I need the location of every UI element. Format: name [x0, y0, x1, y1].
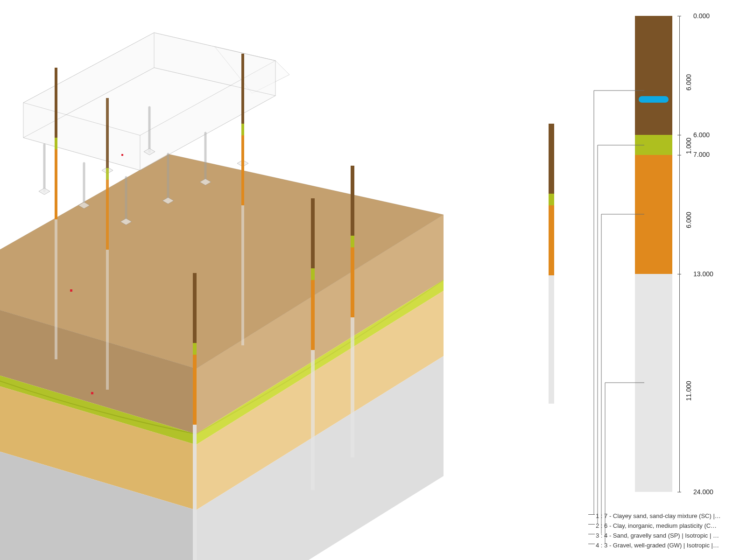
- depth-6: 6.000: [693, 131, 710, 139]
- svg-rect-42: [106, 250, 109, 390]
- depth-24: 24.000: [693, 488, 713, 496]
- svg-rect-47: [70, 289, 72, 292]
- svg-rect-32: [311, 268, 315, 280]
- svg-marker-15: [39, 188, 50, 195]
- mini-layer-4: [549, 275, 554, 404]
- svg-rect-48: [91, 392, 93, 394]
- legend: 1 : 7 - Clayey sand, sand-clay mixture (…: [588, 511, 742, 550]
- svg-rect-36: [55, 138, 57, 149]
- svg-rect-49: [121, 154, 123, 156]
- profile-layer-2: [635, 135, 672, 155]
- svg-rect-41: [106, 180, 109, 250]
- svg-rect-45: [241, 135, 244, 205]
- svg-rect-37: [55, 149, 57, 219]
- svg-rect-31: [311, 198, 315, 268]
- depth-0: 0.000: [693, 12, 710, 20]
- soil-profile: 0.000 6.000 7.000 13.000 24.000 6.000 1.…: [598, 16, 738, 511]
- legend-item-4: 4 : 3 - Gravel, well-graded (GW) | Isotr…: [588, 540, 742, 550]
- svg-rect-30: [351, 317, 354, 457]
- mini-layer-1: [549, 124, 554, 194]
- svg-rect-35: [55, 68, 57, 138]
- profile-column: [635, 16, 672, 492]
- water-table-icon: [639, 96, 669, 103]
- iso-svg: [0, 173, 476, 560]
- profile-layer-3: [635, 155, 672, 275]
- svg-rect-23: [193, 273, 197, 343]
- iso-soil-block: [0, 173, 383, 560]
- svg-rect-40: [106, 168, 109, 180]
- svg-rect-44: [241, 124, 244, 135]
- mini-layer-2: [549, 194, 554, 205]
- canvas: 0.000 6.000 7.000 13.000 24.000 6.000 1.…: [0, 0, 747, 560]
- legend-item-2: 2 : 6 - Clay, inorganic, medium plastici…: [588, 521, 742, 531]
- thickness-11: 11.000: [685, 381, 692, 401]
- depth-7: 7.000: [693, 151, 710, 158]
- svg-rect-38: [55, 219, 57, 359]
- svg-rect-39: [106, 98, 109, 168]
- svg-rect-46: [241, 205, 244, 345]
- svg-rect-33: [311, 280, 315, 350]
- legend-item-3: 3 : 4 - Sand, gravelly sand (SP) | Isotr…: [588, 531, 742, 540]
- legend-item-1: 1 : 7 - Clayey sand, sand-clay mixture (…: [588, 511, 742, 521]
- profile-layer-1: [635, 16, 672, 135]
- mini-borehole: [549, 124, 554, 404]
- svg-rect-25: [193, 355, 197, 425]
- svg-rect-24: [193, 343, 197, 355]
- depth-axis: 0.000 6.000 7.000 13.000 24.000 6.000 1.…: [675, 16, 735, 492]
- svg-rect-26: [193, 425, 197, 560]
- thickness-6a: 6.000: [685, 74, 692, 91]
- thickness-1: 1.000: [685, 138, 692, 154]
- svg-rect-34: [311, 350, 315, 490]
- depth-13: 13.000: [693, 270, 713, 278]
- svg-rect-43: [241, 54, 244, 124]
- mini-layer-3: [549, 205, 554, 275]
- svg-rect-27: [351, 166, 354, 236]
- profile-layer-4: [635, 274, 672, 492]
- thickness-6b: 6.000: [685, 212, 692, 228]
- svg-rect-28: [351, 236, 354, 247]
- svg-rect-29: [351, 247, 354, 317]
